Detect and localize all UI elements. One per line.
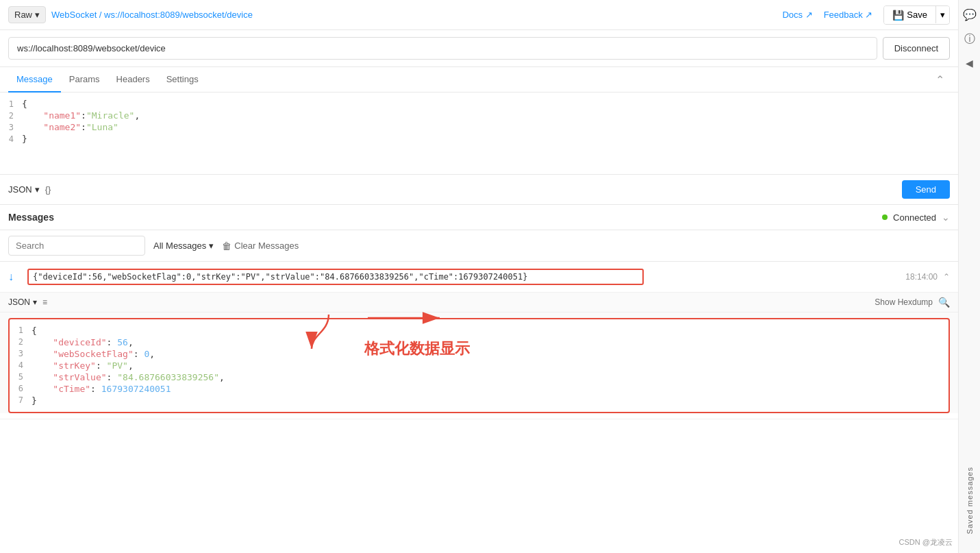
- saved-messages-label[interactable]: Saved messages: [966, 467, 974, 534]
- clear-messages-button[interactable]: 🗑 Clear Messages: [222, 241, 299, 251]
- watermark: CSDN @龙凌云: [899, 537, 953, 548]
- clear-label: Clear Messages: [234, 241, 299, 251]
- detail-json-label: JSON: [8, 297, 30, 307]
- editor-line-3: 3 "name2":"Luna": [0, 121, 958, 133]
- tab-message[interactable]: Message: [8, 67, 61, 93]
- save-button-group: 💾 Save ▾: [883, 5, 950, 25]
- tab-settings[interactable]: Settings: [158, 67, 207, 93]
- editor-line-2: 2 "name1":"Miracle",: [0, 110, 958, 121]
- detail-search-icon[interactable]: 🔍: [938, 297, 950, 308]
- messages-title: Messages: [8, 212, 54, 223]
- breadcrumb-url: ws://localhost:8089/websocket/device: [104, 10, 253, 20]
- show-hexdump-button[interactable]: Show Hexdump: [875, 297, 933, 307]
- tabs: Message Params Headers Settings ⌃: [0, 67, 958, 93]
- detail-line-7: 7 }: [10, 395, 948, 406]
- messages-header-right: Connected ⌄: [882, 212, 950, 223]
- raw-dropdown[interactable]: Raw ▾: [8, 6, 46, 23]
- format-bar: JSON ▾ {} Send: [0, 175, 958, 205]
- filter-chevron-icon: ▾: [209, 241, 214, 251]
- messages-header: Messages Connected ⌄: [0, 205, 958, 230]
- message-row[interactable]: ↓ {"deviceId":56,"webSocketFlag":0,"strK…: [0, 262, 958, 292]
- detail-line-5: 5 "strValue": "84.68766033839256",: [10, 371, 948, 383]
- detail-line-6: 6 "cTime": 1679307240051: [10, 383, 948, 395]
- detail-line-3: 3 "webSocketFlag": 0,: [10, 348, 948, 360]
- trash-icon: 🗑: [222, 241, 231, 251]
- message-direction-icon: ↓: [8, 271, 22, 283]
- search-bar: All Messages ▾ 🗑 Clear Messages: [0, 230, 958, 262]
- save-label: Save: [907, 10, 927, 20]
- send-button[interactable]: Send: [902, 180, 950, 199]
- json-chevron-icon: ▾: [35, 184, 40, 195]
- detail-editor-container: 1 { 2 "deviceId": 56, 3 "webSocketFlag":…: [0, 318, 958, 413]
- raw-label: Raw: [14, 10, 32, 20]
- detail-format-icon[interactable]: ≡: [42, 297, 47, 307]
- editor-area: 1 { 2 "name1":"Miracle", 3 "name2":"Luna…: [0, 93, 958, 175]
- json-format-dropdown[interactable]: JSON ▾: [8, 184, 40, 195]
- detail-json-dropdown[interactable]: JSON ▾: [8, 297, 37, 307]
- breadcrumb-prefix: WebSocket /: [51, 10, 104, 20]
- message-content-preview: {"deviceId":56,"webSocketFlag":0,"strKey…: [27, 269, 644, 285]
- connected-indicator: [882, 214, 888, 220]
- save-button[interactable]: 💾 Save: [884, 6, 935, 24]
- editor-content[interactable]: 1 { 2 "name1":"Miracle", 3 "name2":"Luna…: [0, 93, 958, 150]
- message-expand-icon[interactable]: ⌃: [943, 272, 950, 282]
- detail-bar: JSON ▾ ≡ Show Hexdump 🔍: [0, 293, 958, 312]
- detail-line-1: 1 {: [10, 325, 948, 336]
- collapse-icon[interactable]: ⌃: [930, 68, 950, 92]
- connected-label: Connected: [893, 212, 936, 223]
- disconnect-button[interactable]: Disconnect: [883, 37, 950, 60]
- detail-line-2: 2 "deviceId": 56,: [10, 336, 948, 348]
- filter-label: All Messages: [153, 241, 206, 251]
- detail-editor: 1 { 2 "deviceId": 56, 3 "webSocketFlag":…: [8, 318, 950, 413]
- message-timestamp: 18:14:00: [905, 272, 938, 282]
- right-sidebar: 💬 ⓘ ◀ Saved messages: [958, 0, 980, 553]
- messages-list: ↓ {"deviceId":56,"webSocketFlag":0,"strK…: [0, 262, 958, 553]
- top-bar-right: Docs ↗ Feedback ↗ 💾 Save ▾: [782, 5, 950, 25]
- tab-headers[interactable]: Headers: [108, 67, 158, 93]
- feedback-link[interactable]: Feedback ↗: [824, 10, 873, 20]
- save-dropdown-arrow[interactable]: ▾: [935, 6, 949, 23]
- detail-line-4: 4 "strKey": "PV",: [10, 360, 948, 371]
- editor-line-1: 1 {: [0, 98, 958, 110]
- breadcrumb: WebSocket / ws://localhost:8089/websocke…: [51, 10, 777, 20]
- messages-collapse-icon[interactable]: ⌄: [942, 212, 950, 223]
- filter-dropdown[interactable]: All Messages ▾: [153, 241, 214, 251]
- tab-params[interactable]: Params: [61, 67, 108, 93]
- chat-icon[interactable]: 💬: [960, 5, 979, 24]
- url-input[interactable]: [8, 37, 877, 60]
- raw-chevron-icon: ▾: [35, 10, 40, 20]
- top-bar: Raw ▾ WebSocket / ws://localhost:8089/we…: [0, 0, 958, 30]
- message-item: ↓ {"deviceId":56,"webSocketFlag":0,"strK…: [0, 262, 958, 419]
- json-label: JSON: [8, 184, 32, 195]
- collapse-left-icon[interactable]: ◀: [963, 55, 976, 71]
- url-bar: Disconnect: [0, 30, 958, 67]
- docs-link[interactable]: Docs ↗: [782, 10, 812, 20]
- detail-json-chevron: ▾: [33, 297, 37, 307]
- info-icon[interactable]: ⓘ: [962, 29, 978, 49]
- search-input[interactable]: [8, 236, 145, 256]
- editor-line-4: 4 }: [0, 133, 958, 145]
- message-detail: JSON ▾ ≡ Show Hexdump 🔍 1 {: [0, 292, 958, 413]
- save-icon: 💾: [892, 10, 904, 21]
- messages-section: Messages Connected ⌄ All Messages ▾ 🗑 Cl…: [0, 205, 958, 553]
- brace-icon: {}: [45, 184, 51, 195]
